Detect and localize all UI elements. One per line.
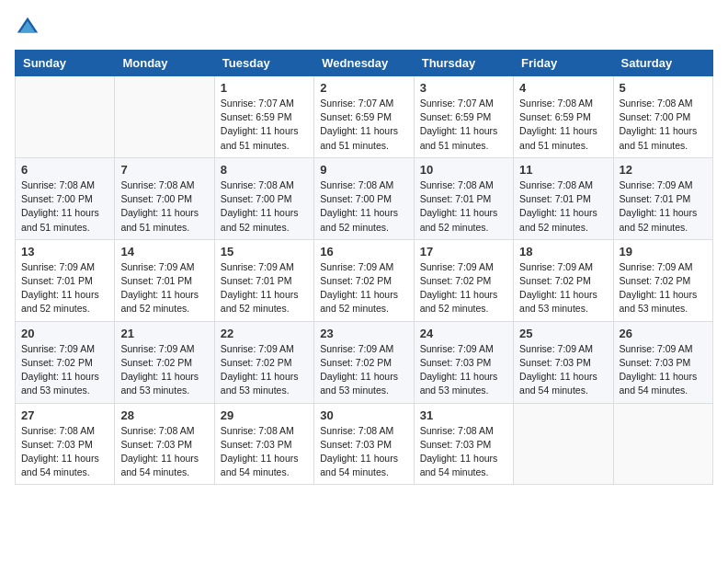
column-header-friday: Friday <box>514 51 613 76</box>
calendar-week-row: 1Sunrise: 7:07 AM Sunset: 6:59 PM Daylig… <box>16 76 713 158</box>
calendar-cell: 9Sunrise: 7:08 AM Sunset: 7:00 PM Daylig… <box>314 157 414 239</box>
calendar-cell: 1Sunrise: 7:07 AM Sunset: 6:59 PM Daylig… <box>214 76 313 158</box>
calendar-cell <box>16 76 115 158</box>
calendar-cell: 13Sunrise: 7:09 AM Sunset: 7:01 PM Dayli… <box>16 239 115 321</box>
calendar-cell: 19Sunrise: 7:09 AM Sunset: 7:02 PM Dayli… <box>613 239 712 321</box>
calendar-cell: 12Sunrise: 7:09 AM Sunset: 7:01 PM Dayli… <box>613 157 712 239</box>
day-info: Sunrise: 7:09 AM Sunset: 7:02 PM Dayligh… <box>21 342 108 398</box>
day-number: 2 <box>320 81 407 95</box>
day-number: 22 <box>221 327 308 340</box>
day-number: 16 <box>320 245 407 259</box>
calendar-cell: 31Sunrise: 7:08 AM Sunset: 7:03 PM Dayli… <box>414 403 513 485</box>
calendar-cell: 26Sunrise: 7:09 AM Sunset: 7:03 PM Dayli… <box>613 321 712 403</box>
day-number: 24 <box>420 327 507 340</box>
calendar-cell: 2Sunrise: 7:07 AM Sunset: 6:59 PM Daylig… <box>314 76 414 158</box>
day-number: 12 <box>620 163 707 177</box>
day-info: Sunrise: 7:09 AM Sunset: 7:02 PM Dayligh… <box>221 342 308 398</box>
calendar-cell <box>514 403 613 485</box>
day-number: 19 <box>620 245 707 259</box>
calendar-table: SundayMondayTuesdayWednesdayThursdayFrid… <box>15 50 713 485</box>
day-info: Sunrise: 7:07 AM Sunset: 6:59 PM Dayligh… <box>320 97 407 153</box>
calendar-cell: 22Sunrise: 7:09 AM Sunset: 7:02 PM Dayli… <box>214 321 313 403</box>
day-number: 23 <box>320 327 407 340</box>
day-info: Sunrise: 7:08 AM Sunset: 7:01 PM Dayligh… <box>420 178 507 235</box>
day-info: Sunrise: 7:08 AM Sunset: 7:03 PM Dayligh… <box>221 424 308 480</box>
calendar-cell: 10Sunrise: 7:08 AM Sunset: 7:01 PM Dayli… <box>414 157 513 239</box>
day-number: 5 <box>620 81 707 95</box>
day-number: 29 <box>221 408 308 422</box>
day-number: 14 <box>120 245 208 259</box>
calendar-cell: 14Sunrise: 7:09 AM Sunset: 7:01 PM Dayli… <box>115 239 214 321</box>
day-info: Sunrise: 7:09 AM Sunset: 7:01 PM Dayligh… <box>221 260 308 316</box>
day-info: Sunrise: 7:09 AM Sunset: 7:02 PM Dayligh… <box>519 260 607 316</box>
column-header-wednesday: Wednesday <box>314 51 414 76</box>
day-info: Sunrise: 7:08 AM Sunset: 7:00 PM Dayligh… <box>620 97 707 153</box>
calendar-cell: 27Sunrise: 7:08 AM Sunset: 7:03 PM Dayli… <box>16 403 115 485</box>
day-number: 9 <box>320 163 407 177</box>
calendar-cell: 6Sunrise: 7:08 AM Sunset: 7:00 PM Daylig… <box>16 157 115 239</box>
day-info: Sunrise: 7:09 AM Sunset: 7:03 PM Dayligh… <box>519 342 607 398</box>
day-number: 1 <box>221 81 308 95</box>
day-info: Sunrise: 7:08 AM Sunset: 7:00 PM Dayligh… <box>21 178 108 235</box>
day-number: 18 <box>519 245 607 259</box>
day-info: Sunrise: 7:08 AM Sunset: 7:00 PM Dayligh… <box>120 178 208 235</box>
calendar-cell: 25Sunrise: 7:09 AM Sunset: 7:03 PM Dayli… <box>514 321 613 403</box>
calendar-cell: 23Sunrise: 7:09 AM Sunset: 7:02 PM Dayli… <box>314 321 414 403</box>
day-number: 20 <box>21 327 108 340</box>
day-number: 17 <box>420 245 507 259</box>
day-number: 15 <box>221 245 308 259</box>
calendar-week-row: 27Sunrise: 7:08 AM Sunset: 7:03 PM Dayli… <box>16 403 713 485</box>
day-info: Sunrise: 7:08 AM Sunset: 7:00 PM Dayligh… <box>221 178 308 235</box>
calendar-cell: 24Sunrise: 7:09 AM Sunset: 7:03 PM Dayli… <box>414 321 513 403</box>
page-header <box>15 15 713 40</box>
day-info: Sunrise: 7:09 AM Sunset: 7:03 PM Dayligh… <box>420 342 507 398</box>
calendar-cell <box>613 403 712 485</box>
column-header-thursday: Thursday <box>414 51 513 76</box>
day-number: 7 <box>120 163 208 177</box>
calendar-cell: 11Sunrise: 7:08 AM Sunset: 7:01 PM Dayli… <box>514 157 613 239</box>
day-info: Sunrise: 7:09 AM Sunset: 7:02 PM Dayligh… <box>420 260 507 316</box>
day-number: 11 <box>519 163 607 177</box>
day-number: 27 <box>21 408 108 422</box>
day-number: 8 <box>221 163 308 177</box>
day-info: Sunrise: 7:09 AM Sunset: 7:01 PM Dayligh… <box>120 260 208 316</box>
day-info: Sunrise: 7:08 AM Sunset: 6:59 PM Dayligh… <box>519 97 607 153</box>
day-info: Sunrise: 7:09 AM Sunset: 7:01 PM Dayligh… <box>21 260 108 316</box>
day-info: Sunrise: 7:08 AM Sunset: 7:03 PM Dayligh… <box>120 424 208 480</box>
day-info: Sunrise: 7:09 AM Sunset: 7:01 PM Dayligh… <box>620 178 707 235</box>
column-header-monday: Monday <box>115 51 214 76</box>
calendar-cell: 30Sunrise: 7:08 AM Sunset: 7:03 PM Dayli… <box>314 403 414 485</box>
day-info: Sunrise: 7:09 AM Sunset: 7:02 PM Dayligh… <box>120 342 208 398</box>
column-header-saturday: Saturday <box>613 51 712 76</box>
calendar-cell: 29Sunrise: 7:08 AM Sunset: 7:03 PM Dayli… <box>214 403 313 485</box>
calendar-week-row: 6Sunrise: 7:08 AM Sunset: 7:00 PM Daylig… <box>16 157 713 239</box>
day-number: 10 <box>420 163 507 177</box>
day-info: Sunrise: 7:08 AM Sunset: 7:03 PM Dayligh… <box>420 424 507 480</box>
calendar-body: 1Sunrise: 7:07 AM Sunset: 6:59 PM Daylig… <box>16 76 713 485</box>
day-info: Sunrise: 7:08 AM Sunset: 7:03 PM Dayligh… <box>320 424 407 480</box>
calendar-cell: 5Sunrise: 7:08 AM Sunset: 7:00 PM Daylig… <box>613 76 712 158</box>
column-header-sunday: Sunday <box>16 51 115 76</box>
day-info: Sunrise: 7:07 AM Sunset: 6:59 PM Dayligh… <box>221 97 308 153</box>
calendar-cell: 3Sunrise: 7:07 AM Sunset: 6:59 PM Daylig… <box>414 76 513 158</box>
logo-icon <box>15 15 40 40</box>
calendar-week-row: 13Sunrise: 7:09 AM Sunset: 7:01 PM Dayli… <box>16 239 713 321</box>
calendar-cell: 7Sunrise: 7:08 AM Sunset: 7:00 PM Daylig… <box>115 157 214 239</box>
calendar-header-row: SundayMondayTuesdayWednesdayThursdayFrid… <box>16 51 713 76</box>
day-info: Sunrise: 7:09 AM Sunset: 7:03 PM Dayligh… <box>620 342 707 398</box>
day-number: 13 <box>21 245 108 259</box>
day-number: 3 <box>420 81 507 95</box>
day-number: 21 <box>120 327 208 340</box>
day-number: 25 <box>519 327 607 340</box>
calendar-cell: 16Sunrise: 7:09 AM Sunset: 7:02 PM Dayli… <box>314 239 414 321</box>
column-header-tuesday: Tuesday <box>214 51 313 76</box>
calendar-cell: 21Sunrise: 7:09 AM Sunset: 7:02 PM Dayli… <box>115 321 214 403</box>
calendar-cell: 17Sunrise: 7:09 AM Sunset: 7:02 PM Dayli… <box>414 239 513 321</box>
day-number: 6 <box>21 163 108 177</box>
calendar-cell: 15Sunrise: 7:09 AM Sunset: 7:01 PM Dayli… <box>214 239 313 321</box>
calendar-cell: 8Sunrise: 7:08 AM Sunset: 7:00 PM Daylig… <box>214 157 313 239</box>
day-info: Sunrise: 7:08 AM Sunset: 7:01 PM Dayligh… <box>519 178 607 235</box>
day-info: Sunrise: 7:07 AM Sunset: 6:59 PM Dayligh… <box>420 97 507 153</box>
day-info: Sunrise: 7:08 AM Sunset: 7:00 PM Dayligh… <box>320 178 407 235</box>
day-info: Sunrise: 7:09 AM Sunset: 7:02 PM Dayligh… <box>320 342 407 398</box>
